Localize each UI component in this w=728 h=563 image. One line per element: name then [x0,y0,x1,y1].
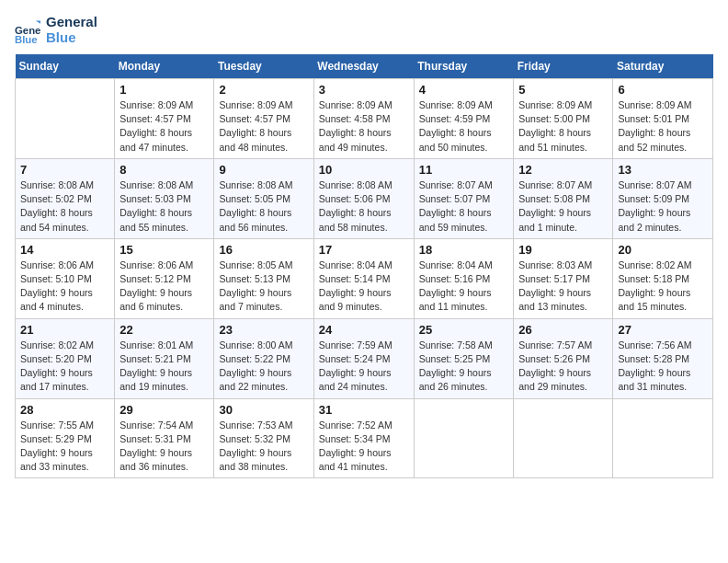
calendar-cell: 9 Sunrise: 8:08 AM Sunset: 5:05 PM Dayli… [214,158,313,238]
calendar-week-4: 21 Sunrise: 8:02 AM Sunset: 5:20 PM Dayl… [16,318,713,398]
day-info: Sunrise: 8:02 AM Sunset: 5:18 PM Dayligh… [618,259,708,315]
day-number: 3 [319,83,409,97]
day-info: Sunrise: 8:06 AM Sunset: 5:10 PM Dayligh… [20,259,109,315]
day-number: 1 [119,83,209,97]
day-number: 27 [618,323,708,337]
calendar-cell: 17 Sunrise: 8:04 AM Sunset: 5:14 PM Dayl… [313,238,414,318]
day-info: Sunrise: 8:07 AM Sunset: 5:08 PM Dayligh… [518,178,608,235]
calendar-cell: 12 Sunrise: 8:07 AM Sunset: 5:08 PM Dayl… [514,158,613,238]
day-number: 17 [319,243,409,257]
day-number: 18 [419,243,509,257]
day-info: Sunrise: 8:08 AM Sunset: 5:06 PM Dayligh… [319,178,409,235]
day-info: Sunrise: 7:54 AM Sunset: 5:31 PM Dayligh… [119,419,209,475]
day-number: 4 [419,83,509,97]
day-info: Sunrise: 8:07 AM Sunset: 5:07 PM Dayligh… [419,178,509,235]
day-number: 5 [518,83,608,97]
logo-general: General [46,15,97,30]
day-info: Sunrise: 7:57 AM Sunset: 5:26 PM Dayligh… [518,339,608,395]
column-header-sunday: Sunday [16,54,115,79]
calendar-cell: 8 Sunrise: 8:08 AM Sunset: 5:03 PM Dayli… [115,158,214,238]
calendar-cell [16,79,115,159]
day-info: Sunrise: 8:00 AM Sunset: 5:22 PM Dayligh… [219,339,308,395]
day-info: Sunrise: 8:03 AM Sunset: 5:17 PM Dayligh… [518,259,608,315]
day-info: Sunrise: 8:07 AM Sunset: 5:09 PM Dayligh… [618,178,708,235]
calendar-week-1: 1 Sunrise: 8:09 AM Sunset: 4:57 PM Dayli… [16,79,713,159]
day-number: 20 [618,243,708,257]
day-info: Sunrise: 8:09 AM Sunset: 5:00 PM Dayligh… [518,98,608,155]
calendar-cell: 10 Sunrise: 8:08 AM Sunset: 5:06 PM Dayl… [313,158,414,238]
day-info: Sunrise: 8:08 AM Sunset: 5:03 PM Dayligh… [119,178,209,235]
calendar-cell: 15 Sunrise: 8:06 AM Sunset: 5:12 PM Dayl… [115,238,214,318]
calendar-cell: 6 Sunrise: 8:09 AM Sunset: 5:01 PM Dayli… [613,79,713,159]
day-info: Sunrise: 8:04 AM Sunset: 5:14 PM Dayligh… [319,259,409,315]
day-number: 15 [119,243,209,257]
calendar-cell: 2 Sunrise: 8:09 AM Sunset: 4:57 PM Dayli… [214,79,313,159]
logo-blue: Blue [46,30,97,46]
calendar-cell: 18 Sunrise: 8:04 AM Sunset: 5:16 PM Dayl… [414,238,514,318]
day-number: 16 [219,243,308,257]
day-number: 22 [119,323,209,337]
day-number: 24 [319,323,409,337]
day-number: 14 [20,243,109,257]
column-header-thursday: Thursday [414,54,514,79]
day-info: Sunrise: 8:01 AM Sunset: 5:21 PM Dayligh… [119,339,209,395]
day-number: 26 [518,323,608,337]
column-header-monday: Monday [115,54,214,79]
calendar-cell [414,398,514,478]
calendar-cell: 5 Sunrise: 8:09 AM Sunset: 5:00 PM Dayli… [514,79,613,159]
calendar-cell: 28 Sunrise: 7:55 AM Sunset: 5:29 PM Dayl… [16,398,115,478]
svg-text:Blue: Blue [15,34,38,43]
calendar-cell: 13 Sunrise: 8:07 AM Sunset: 5:09 PM Dayl… [613,158,713,238]
day-info: Sunrise: 8:06 AM Sunset: 5:12 PM Dayligh… [119,259,209,315]
day-info: Sunrise: 8:02 AM Sunset: 5:20 PM Dayligh… [20,339,109,395]
day-number: 11 [419,163,509,177]
day-info: Sunrise: 8:09 AM Sunset: 4:59 PM Dayligh… [419,98,509,155]
calendar-cell: 31 Sunrise: 7:52 AM Sunset: 5:34 PM Dayl… [313,398,414,478]
calendar-cell: 29 Sunrise: 7:54 AM Sunset: 5:31 PM Dayl… [115,398,214,478]
calendar-cell: 4 Sunrise: 8:09 AM Sunset: 4:59 PM Dayli… [414,79,514,159]
day-info: Sunrise: 7:56 AM Sunset: 5:28 PM Dayligh… [618,339,708,395]
calendar-cell: 19 Sunrise: 8:03 AM Sunset: 5:17 PM Dayl… [514,238,613,318]
day-number: 9 [219,163,308,177]
column-header-saturday: Saturday [613,54,713,79]
day-info: Sunrise: 7:52 AM Sunset: 5:34 PM Dayligh… [319,419,409,475]
day-number: 21 [20,323,109,337]
day-info: Sunrise: 8:08 AM Sunset: 5:05 PM Dayligh… [219,178,308,235]
calendar-cell: 1 Sunrise: 8:09 AM Sunset: 4:57 PM Dayli… [115,79,214,159]
day-number: 10 [319,163,409,177]
day-number: 8 [119,163,209,177]
calendar-header-row: SundayMondayTuesdayWednesdayThursdayFrid… [16,54,713,79]
calendar-table: SundayMondayTuesdayWednesdayThursdayFrid… [15,54,713,478]
column-header-friday: Friday [514,54,613,79]
day-number: 19 [518,243,608,257]
calendar-week-5: 28 Sunrise: 7:55 AM Sunset: 5:29 PM Dayl… [16,398,713,478]
calendar-cell: 7 Sunrise: 8:08 AM Sunset: 5:02 PM Dayli… [16,158,115,238]
calendar-cell: 22 Sunrise: 8:01 AM Sunset: 5:21 PM Dayl… [115,318,214,398]
day-number: 13 [618,163,708,177]
day-info: Sunrise: 7:58 AM Sunset: 5:25 PM Dayligh… [419,339,509,395]
calendar-cell: 23 Sunrise: 8:00 AM Sunset: 5:22 PM Dayl… [214,318,313,398]
day-info: Sunrise: 8:09 AM Sunset: 4:57 PM Dayligh… [119,98,209,155]
calendar-cell: 20 Sunrise: 8:02 AM Sunset: 5:18 PM Dayl… [613,238,713,318]
day-info: Sunrise: 8:08 AM Sunset: 5:02 PM Dayligh… [20,178,109,235]
calendar-cell: 11 Sunrise: 8:07 AM Sunset: 5:07 PM Dayl… [414,158,514,238]
calendar-cell: 27 Sunrise: 7:56 AM Sunset: 5:28 PM Dayl… [613,318,713,398]
day-info: Sunrise: 8:04 AM Sunset: 5:16 PM Dayligh… [419,259,509,315]
column-header-wednesday: Wednesday [313,54,414,79]
calendar-cell: 25 Sunrise: 7:58 AM Sunset: 5:25 PM Dayl… [414,318,514,398]
calendar-cell: 21 Sunrise: 8:02 AM Sunset: 5:20 PM Dayl… [16,318,115,398]
day-info: Sunrise: 8:09 AM Sunset: 5:01 PM Dayligh… [618,98,708,155]
day-number: 30 [219,403,308,417]
day-number: 28 [20,403,109,417]
calendar-week-2: 7 Sunrise: 8:08 AM Sunset: 5:02 PM Dayli… [16,158,713,238]
day-number: 31 [319,403,409,417]
day-number: 25 [419,323,509,337]
day-number: 2 [219,83,308,97]
logo-icon: General Blue [15,17,40,43]
day-info: Sunrise: 7:55 AM Sunset: 5:29 PM Dayligh… [20,419,109,475]
calendar-cell: 16 Sunrise: 8:05 AM Sunset: 5:13 PM Dayl… [214,238,313,318]
day-info: Sunrise: 7:59 AM Sunset: 5:24 PM Dayligh… [319,339,409,395]
calendar-cell: 24 Sunrise: 7:59 AM Sunset: 5:24 PM Dayl… [313,318,414,398]
column-header-tuesday: Tuesday [214,54,313,79]
day-info: Sunrise: 7:53 AM Sunset: 5:32 PM Dayligh… [219,419,308,475]
